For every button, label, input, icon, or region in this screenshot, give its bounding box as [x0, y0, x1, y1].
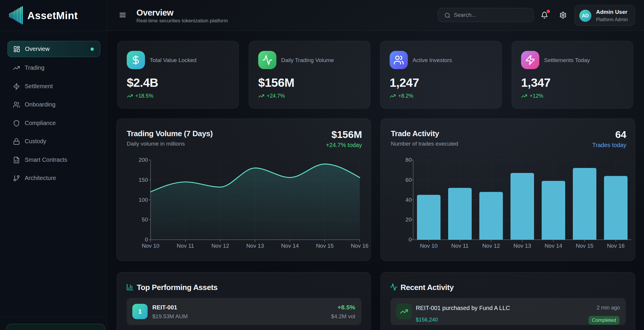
svg-text:Nov 15: Nov 15: [576, 243, 593, 249]
svg-text:80: 80: [406, 157, 412, 163]
svg-text:Nov 13: Nov 13: [513, 243, 531, 249]
svg-text:Nov 15: Nov 15: [316, 243, 333, 249]
svg-text:Nov 14: Nov 14: [281, 243, 299, 249]
svg-text:150: 150: [139, 177, 148, 183]
svg-text:200: 200: [139, 157, 148, 163]
svg-text:50: 50: [142, 216, 148, 223]
svg-text:0: 0: [145, 236, 148, 243]
svg-text:Nov 14: Nov 14: [545, 243, 563, 249]
svg-text:Nov 16: Nov 16: [351, 243, 368, 249]
svg-text:Nov 10: Nov 10: [142, 243, 159, 249]
svg-text:Nov 11: Nov 11: [451, 243, 469, 249]
svg-text:0: 0: [408, 236, 412, 243]
svg-text:Nov 12: Nov 12: [211, 243, 229, 249]
svg-text:40: 40: [406, 197, 412, 203]
svg-text:20: 20: [406, 216, 412, 223]
svg-text:60: 60: [406, 177, 412, 183]
svg-text:Nov 12: Nov 12: [482, 243, 500, 249]
svg-text:100: 100: [139, 197, 148, 203]
svg-text:Nov 13: Nov 13: [246, 243, 264, 249]
svg-text:Nov 16: Nov 16: [607, 243, 625, 249]
svg-text:Nov 11: Nov 11: [177, 243, 194, 249]
svg-text:Nov 10: Nov 10: [420, 243, 438, 249]
